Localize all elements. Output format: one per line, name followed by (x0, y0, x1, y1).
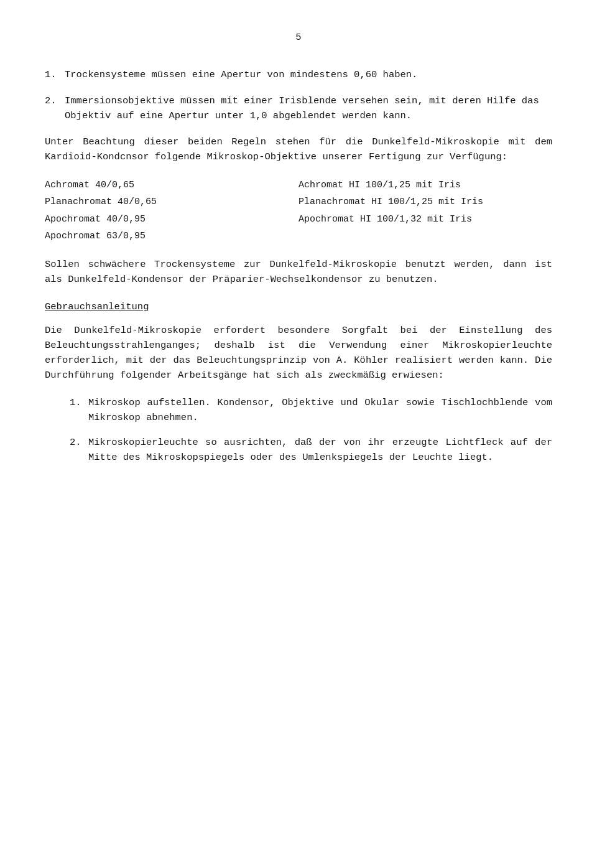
objectives-right-col: Achromat HI 100/1,25 mit Iris Planachrom… (298, 178, 552, 243)
sub-item-2: 2. Mikroskopierleuchte so ausrichten, da… (45, 435, 552, 465)
weaker-systems-paragraph: Sollen schwächere Trockensysteme zur Dun… (45, 257, 552, 287)
item-text-2: Immersionsobjektive müssen mit einer Iri… (65, 93, 552, 123)
item-text-1: Trockensysteme müssen eine Apertur von m… (65, 67, 417, 82)
sub-list: 1. Mikroskop aufstellen. Kondensor, Obje… (45, 395, 552, 465)
sub-item-number-2: 2. (70, 435, 82, 465)
item-number-2: 2. (45, 93, 60, 123)
objectives-table: Achromat 40/0,65 Planachromat 40/0,65 Ap… (45, 178, 552, 243)
obj-right-3 (298, 229, 552, 243)
page: 5 1. Trockensysteme müssen eine Apertur … (0, 0, 597, 868)
sub-item-1: 1. Mikroskop aufstellen. Kondensor, Obje… (45, 395, 552, 425)
obj-left-3: Apochromat 63/0,95 (45, 229, 298, 243)
obj-right-0: Achromat HI 100/1,25 mit Iris (298, 178, 552, 192)
obj-left-1: Planachromat 40/0,65 (45, 195, 298, 209)
sub-item-text-2: Mikroskopierleuchte so ausrichten, daß d… (88, 435, 552, 465)
list-item-2: 2. Immersionsobjektive müssen mit einer … (45, 93, 552, 123)
section-heading: Gebrauchsanleitung (45, 299, 552, 314)
sub-item-text-1: Mikroskop aufstellen. Kondensor, Objekti… (88, 395, 552, 425)
obj-left-2: Apochromat 40/0,95 (45, 212, 298, 226)
obj-right-2: Apochromat HI 100/1,32 mit Iris (298, 212, 552, 226)
obj-left-0: Achromat 40/0,65 (45, 178, 298, 192)
intro-paragraph: Unter Beachtung dieser beiden Regeln ste… (45, 134, 552, 164)
list-item-1: 1. Trockensysteme müssen eine Apertur vo… (45, 67, 552, 82)
sub-item-number-1: 1. (70, 395, 82, 425)
section-intro-paragraph: Die Dunkelfeld-Mikroskopie erfordert bes… (45, 323, 552, 383)
obj-right-1: Planachromat HI 100/1,25 mit Iris (298, 195, 552, 209)
item-number-1: 1. (45, 67, 60, 82)
page-number: 5 (45, 30, 552, 45)
objectives-left-col: Achromat 40/0,65 Planachromat 40/0,65 Ap… (45, 178, 298, 243)
